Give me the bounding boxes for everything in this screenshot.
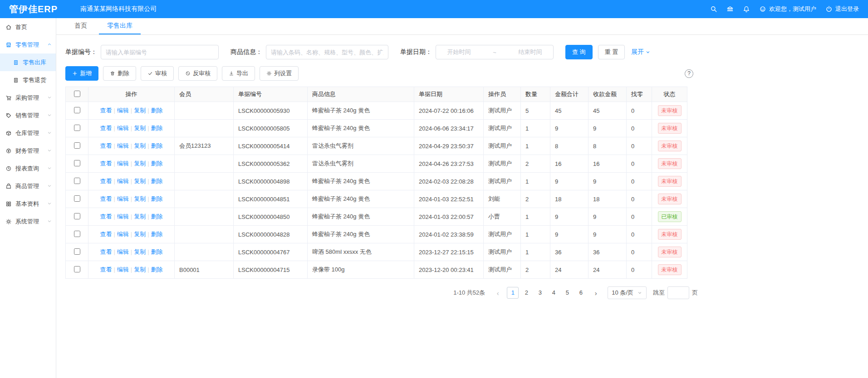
edit-link[interactable]: 编辑 [117, 178, 129, 184]
edit-link[interactable]: 编辑 [117, 248, 129, 255]
date-range-input[interactable]: 开始时间 ~ 结束时间 [436, 45, 554, 59]
tab-retail-outbound[interactable]: 零售出库 [99, 18, 141, 34]
action-cell: 查看|编辑|复制|删除 [88, 155, 175, 173]
sidebar-subitem-retail-outbound[interactable]: 零售出库 [0, 53, 56, 71]
delete-button[interactable]: 删除 [103, 66, 136, 81]
export-button[interactable]: 导出 [222, 66, 255, 81]
row-checkbox[interactable] [74, 160, 80, 166]
row-checkbox[interactable] [74, 195, 80, 202]
edit-link[interactable]: 编辑 [117, 107, 129, 114]
prev-page-button[interactable]: ‹ [492, 289, 503, 297]
next-page-button[interactable]: › [590, 289, 601, 297]
product-input[interactable] [266, 45, 388, 59]
product-cell: 雷达杀虫气雾剂 [308, 137, 414, 155]
add-button[interactable]: 新增 [65, 66, 98, 81]
edit-link[interactable]: 编辑 [117, 231, 129, 237]
sidebar-item-purchase[interactable]: 采购管理 [0, 89, 56, 107]
edit-link[interactable]: 编辑 [117, 213, 129, 220]
row-checkbox[interactable] [74, 178, 80, 184]
delete-link[interactable]: 删除 [151, 195, 163, 202]
delete-link[interactable]: 删除 [151, 125, 163, 131]
copy-link[interactable]: 复制 [134, 125, 146, 131]
delete-link[interactable]: 删除 [151, 178, 163, 184]
page-number-3[interactable]: 3 [534, 287, 546, 299]
reset-button[interactable]: 重 置 [598, 45, 625, 59]
page-size-select[interactable]: 10 条/页 [608, 286, 647, 299]
page-number-2[interactable]: 2 [520, 287, 532, 299]
delete-link[interactable]: 删除 [151, 266, 163, 273]
edit-link[interactable]: 编辑 [117, 266, 129, 273]
copy-link[interactable]: 复制 [134, 248, 146, 255]
view-link[interactable]: 查看 [100, 195, 112, 202]
column-settings-button[interactable]: 列设置 [260, 66, 299, 81]
sidebar-item-sales[interactable]: 销售管理 [0, 107, 56, 124]
view-link[interactable]: 查看 [100, 160, 112, 167]
copy-link[interactable]: 复制 [134, 213, 146, 220]
expand-link[interactable]: 展开 [631, 48, 651, 56]
row-checkbox[interactable] [74, 213, 80, 219]
app-logo: 管伊佳ERP [9, 3, 58, 15]
view-link[interactable]: 查看 [100, 213, 112, 220]
edit-link[interactable]: 编辑 [117, 195, 129, 202]
date-label: 单据日期： [400, 48, 432, 56]
view-link[interactable]: 查看 [100, 178, 112, 184]
sidebar-item-system[interactable]: 系统管理 [0, 213, 56, 230]
sidebar-item-goods[interactable]: 商品管理 [0, 177, 56, 195]
view-link[interactable]: 查看 [100, 266, 112, 273]
qty-cell: 1 [521, 226, 550, 243]
delete-link[interactable]: 删除 [151, 231, 163, 237]
bill-no-input[interactable] [101, 45, 219, 59]
view-link[interactable]: 查看 [100, 125, 112, 131]
copy-link[interactable]: 复制 [134, 231, 146, 237]
delete-link[interactable]: 删除 [151, 213, 163, 220]
copy-link[interactable]: 复制 [134, 142, 146, 149]
view-link[interactable]: 查看 [100, 231, 112, 237]
sidebar-item-warehouse[interactable]: 仓库管理 [0, 124, 56, 142]
help-icon[interactable]: ? [685, 69, 693, 78]
audit-button[interactable]: 审核 [141, 66, 174, 81]
edit-link[interactable]: 编辑 [117, 160, 129, 167]
view-link[interactable]: 查看 [100, 107, 112, 114]
copy-link[interactable]: 复制 [134, 195, 146, 202]
search-icon[interactable] [710, 5, 717, 13]
jump-input[interactable] [667, 286, 689, 299]
table-row: 查看|编辑|复制|删除 LSCK00000004767 啤酒 580ml xxs… [66, 243, 687, 261]
page-number-4[interactable]: 4 [548, 287, 559, 299]
unaudit-button[interactable]: 反审核 [178, 66, 217, 81]
sidebar-item-home[interactable]: 首页 [0, 18, 56, 36]
copy-link[interactable]: 复制 [134, 178, 146, 184]
status-badge: 未审核 [658, 176, 682, 187]
sidebar-item-report[interactable]: 报表查询 [0, 160, 56, 177]
copy-link[interactable]: 复制 [134, 266, 146, 273]
page-number-1[interactable]: 1 [507, 287, 519, 299]
page-number-6[interactable]: 6 [575, 287, 587, 299]
welcome-user[interactable]: 欢迎您，测试用户 [759, 5, 816, 13]
copy-link[interactable]: 复制 [134, 107, 146, 114]
sidebar-item-retail[interactable]: 零售管理 [0, 36, 56, 53]
select-all-checkbox[interactable] [74, 91, 80, 97]
search-button[interactable]: 查 询 [565, 45, 593, 59]
logout-button[interactable]: 退出登录 [825, 5, 859, 13]
view-link[interactable]: 查看 [100, 248, 112, 255]
sidebar-item-finance[interactable]: 财务管理 [0, 142, 56, 160]
sidebar-subitem-retail-return[interactable]: 零售退货 [0, 71, 56, 89]
edit-link[interactable]: 编辑 [117, 142, 129, 149]
page-number-5[interactable]: 5 [561, 287, 573, 299]
row-checkbox[interactable] [74, 248, 80, 255]
row-checkbox[interactable] [74, 107, 80, 113]
edit-link[interactable]: 编辑 [117, 125, 129, 131]
view-link[interactable]: 查看 [100, 142, 112, 149]
row-checkbox[interactable] [74, 231, 80, 237]
bank-icon[interactable] [726, 5, 734, 13]
row-checkbox[interactable] [74, 125, 80, 131]
tab-home[interactable]: 首页 [66, 18, 95, 34]
row-checkbox[interactable] [74, 266, 80, 272]
delete-link[interactable]: 删除 [151, 160, 163, 167]
copy-link[interactable]: 复制 [134, 160, 146, 167]
delete-link[interactable]: 删除 [151, 142, 163, 149]
delete-link[interactable]: 删除 [151, 248, 163, 255]
row-checkbox[interactable] [74, 142, 80, 149]
bell-icon[interactable] [743, 5, 750, 13]
sidebar-item-basic[interactable]: 基本资料 [0, 195, 56, 213]
delete-link[interactable]: 删除 [151, 107, 163, 114]
